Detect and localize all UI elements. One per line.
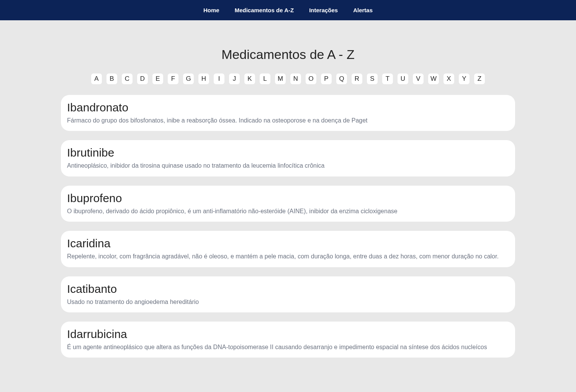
letter-btn-i[interactable]: I bbox=[214, 74, 224, 84]
letter-btn-c[interactable]: C bbox=[122, 74, 133, 84]
letter-btn-n[interactable]: N bbox=[290, 74, 301, 84]
medication-description: Usado no tratamento do angioedema heredi… bbox=[67, 298, 509, 306]
nav-link-interacoes[interactable]: Interações bbox=[309, 7, 338, 13]
letter-btn-b[interactable]: B bbox=[106, 74, 117, 84]
letter-btn-v[interactable]: V bbox=[413, 74, 424, 84]
letter-btn-z[interactable]: Z bbox=[474, 74, 485, 84]
medication-description: O ibuprofeno, derivado do ácido propiôni… bbox=[67, 207, 509, 216]
medication-description: Fármaco do grupo dos bifosfonatos, inibe… bbox=[67, 116, 509, 125]
letter-btn-w[interactable]: W bbox=[428, 74, 439, 84]
medication-card[interactable]: Ibrutinibe Antineoplásico, inibidor da t… bbox=[61, 140, 515, 176]
medication-name: Ibrutinibe bbox=[67, 146, 509, 159]
letter-btn-t[interactable]: T bbox=[382, 74, 393, 84]
medication-card[interactable]: Idarrubicina É um agente antineoplásico … bbox=[61, 322, 515, 358]
letter-btn-e[interactable]: E bbox=[152, 74, 163, 84]
letter-btn-y[interactable]: Y bbox=[459, 74, 470, 84]
medication-name: Icaridina bbox=[67, 237, 509, 250]
medication-card[interactable]: Icatibanto Usado no tratamento do angioe… bbox=[61, 276, 515, 312]
alphabet-nav: A B C D E F G H I J K L M N O P Q R S T … bbox=[61, 74, 515, 84]
letter-btn-l[interactable]: L bbox=[260, 74, 270, 84]
medication-name: Icatibanto bbox=[67, 283, 509, 296]
letter-btn-p[interactable]: P bbox=[321, 74, 332, 84]
letter-btn-q[interactable]: Q bbox=[336, 74, 347, 84]
medication-card[interactable]: Icaridina Repelente, incolor, com fragrâ… bbox=[61, 231, 515, 267]
medication-list: Ibandronato Fármaco do grupo dos bifosfo… bbox=[61, 95, 515, 358]
medication-description: Antineoplásico, inibidor da tirosina qui… bbox=[67, 162, 509, 170]
medication-card[interactable]: Ibuprofeno O ibuprofeno, derivado do áci… bbox=[61, 186, 515, 222]
top-navbar: Home Medicamentos de A-Z Interações Aler… bbox=[0, 0, 576, 20]
page-title: Medicamentos de A - Z bbox=[61, 47, 515, 62]
medication-description: Repelente, incolor, com fragrância agrad… bbox=[67, 252, 509, 261]
medication-name: Idarrubicina bbox=[67, 328, 509, 341]
medication-name: Ibandronato bbox=[67, 101, 509, 114]
medication-description: É um agente antineoplásico que altera as… bbox=[67, 343, 509, 351]
letter-btn-g[interactable]: G bbox=[183, 74, 194, 84]
letter-btn-h[interactable]: H bbox=[198, 74, 209, 84]
letter-btn-j[interactable]: J bbox=[229, 74, 240, 84]
nav-link-medicamentos[interactable]: Medicamentos de A-Z bbox=[235, 7, 294, 13]
letter-btn-f[interactable]: F bbox=[168, 74, 178, 84]
letter-btn-k[interactable]: K bbox=[244, 74, 255, 84]
letter-btn-a[interactable]: A bbox=[91, 74, 102, 84]
letter-btn-x[interactable]: X bbox=[443, 74, 454, 84]
medication-card[interactable]: Ibandronato Fármaco do grupo dos bifosfo… bbox=[61, 95, 515, 131]
letter-btn-o[interactable]: O bbox=[306, 74, 316, 84]
nav-link-home[interactable]: Home bbox=[203, 7, 219, 13]
letter-btn-s[interactable]: S bbox=[367, 74, 378, 84]
medication-name: Ibuprofeno bbox=[67, 192, 509, 205]
letter-btn-r[interactable]: R bbox=[352, 74, 362, 84]
nav-link-alertas[interactable]: Alertas bbox=[353, 7, 373, 13]
letter-btn-u[interactable]: U bbox=[398, 74, 408, 84]
letter-btn-d[interactable]: D bbox=[137, 74, 148, 84]
letter-btn-m[interactable]: M bbox=[275, 74, 286, 84]
